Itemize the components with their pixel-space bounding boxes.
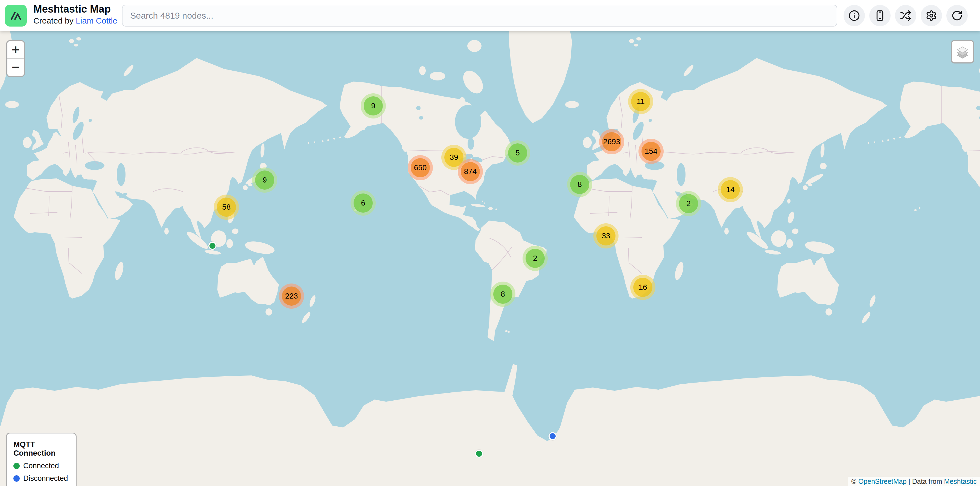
cluster-marker[interactable]: 154 [638, 139, 663, 164]
cluster-marker[interactable]: 33 [593, 223, 619, 249]
random-node-button[interactable] [895, 5, 916, 26]
meshtastic-link[interactable]: Meshtastic [944, 478, 977, 486]
cluster-marker[interactable]: 223 [279, 284, 304, 309]
cluster-count: 9 [255, 170, 274, 190]
node-marker-connected[interactable] [475, 449, 483, 458]
cluster-marker[interactable]: 9 [361, 93, 386, 118]
cluster-marker[interactable]: 650 [408, 155, 433, 180]
page-title: Meshtastic Map [33, 3, 117, 15]
cluster-count: 154 [641, 142, 660, 161]
node-marker-connected[interactable] [208, 242, 216, 250]
cluster-count: 2 [525, 249, 545, 268]
zoom-control: + − [6, 40, 25, 77]
marker-layer: 911269315453965087498146258332168223 [0, 0, 980, 486]
attribution-copyright: © [851, 478, 858, 486]
info-icon [848, 10, 860, 21]
node-marker-disconnected[interactable] [549, 432, 557, 440]
cluster-marker[interactable]: 2 [676, 191, 701, 216]
cluster-marker[interactable]: 2693 [599, 129, 624, 155]
cluster-count: 58 [217, 198, 236, 217]
cluster-count: 2 [679, 194, 698, 213]
zoom-out-button[interactable]: − [7, 59, 24, 76]
cluster-count: 2693 [602, 132, 621, 151]
search-input[interactable] [122, 5, 837, 27]
gear-icon [926, 10, 937, 21]
cluster-marker[interactable]: 8 [567, 172, 592, 197]
legend-status-dot-icon [13, 475, 20, 481]
cluster-marker[interactable]: 2 [523, 246, 548, 271]
legend-title: MQTT Connection [13, 440, 69, 457]
cluster-count: 8 [570, 175, 589, 194]
cluster-marker[interactable]: 58 [214, 194, 239, 220]
openstreetmap-link[interactable]: OpenStreetMap [858, 478, 907, 486]
mobile-app-button[interactable] [869, 5, 891, 26]
smartphone-icon [874, 10, 886, 21]
cluster-marker[interactable]: 8 [490, 282, 515, 307]
legend-items: ConnectedDisconnected [13, 462, 69, 483]
cluster-count: 14 [721, 180, 740, 199]
cluster-marker[interactable]: 6 [350, 190, 376, 216]
cluster-count: 874 [461, 162, 480, 181]
legend-item: Disconnected [13, 474, 69, 483]
legend-item-label: Connected [23, 462, 59, 470]
cluster-count: 9 [364, 96, 383, 115]
title-block: Meshtastic Map Created by Liam Cottle [33, 3, 117, 26]
cluster-count: 5 [508, 143, 527, 163]
cluster-count: 223 [282, 287, 301, 306]
cluster-count: 11 [631, 92, 650, 111]
cluster-count: 650 [411, 158, 430, 177]
refresh-icon [951, 10, 963, 21]
cluster-marker[interactable]: 16 [630, 275, 655, 300]
legend-item: Connected [13, 462, 69, 470]
liam-cottle-link[interactable]: Liam Cottle [76, 16, 117, 25]
cluster-marker[interactable]: 14 [718, 177, 743, 202]
meshtastic-logo-icon [5, 5, 27, 27]
info-button[interactable] [843, 5, 865, 26]
cluster-marker[interactable]: 9 [252, 167, 277, 193]
cluster-count: 6 [353, 193, 373, 213]
cluster-count: 8 [493, 285, 512, 304]
cluster-marker[interactable]: 5 [505, 140, 530, 166]
app-header: Meshtastic Map Created by Liam Cottle [0, 0, 980, 31]
cluster-count: 33 [597, 226, 616, 245]
attribution-middle: | Data from [907, 478, 944, 486]
cluster-marker[interactable]: 874 [458, 159, 483, 184]
legend-status-dot-icon [13, 463, 20, 469]
layers-control[interactable] [951, 40, 974, 64]
layers-icon [955, 44, 970, 59]
settings-button[interactable] [921, 5, 942, 26]
refresh-button[interactable] [947, 5, 968, 26]
byline-prefix: Created by [33, 16, 76, 25]
shuffle-icon [900, 10, 912, 21]
map-attribution: © OpenStreetMap | Data from Meshtastic [848, 477, 980, 486]
cluster-marker[interactable]: 11 [628, 89, 653, 114]
byline: Created by Liam Cottle [33, 15, 117, 26]
legend-item-label: Disconnected [23, 474, 68, 483]
mqtt-legend: MQTT Connection ConnectedDisconnected [6, 433, 76, 486]
cluster-count: 16 [633, 278, 652, 297]
zoom-in-button[interactable]: + [7, 41, 24, 58]
